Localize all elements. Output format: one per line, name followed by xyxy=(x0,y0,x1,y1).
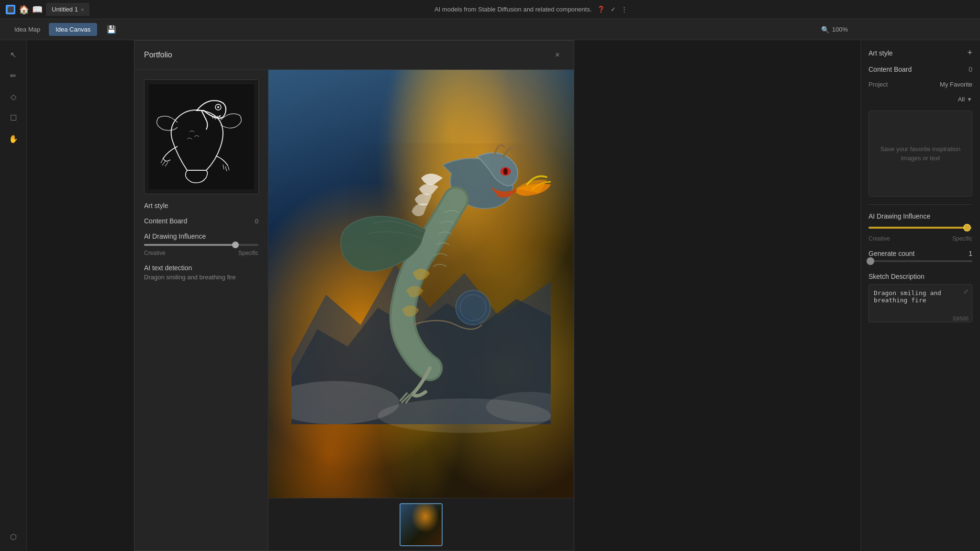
thumbnail-image xyxy=(401,504,442,545)
creative-label: Creative xyxy=(144,250,166,256)
ai-drawing-influence-section: AI Drawing Influence Creative Specific xyxy=(144,232,258,256)
specific-label: Specific xyxy=(238,250,258,256)
right-content-board-label: Content Board xyxy=(869,66,912,73)
right-creative-label: Creative xyxy=(869,235,890,242)
title-bar-left: ⬛ 🏠 📖 Untitled 1 × xyxy=(0,3,89,16)
svg-point-7 xyxy=(456,290,490,325)
tool-pen[interactable]: ✏ xyxy=(5,67,22,84)
book-icon[interactable]: 📖 xyxy=(33,5,42,14)
right-generate-count-label: Generate count xyxy=(869,250,915,257)
right-content-board-value: 0 xyxy=(969,66,972,73)
tab-close-button[interactable]: × xyxy=(81,7,84,12)
right-art-style-row: Art style + xyxy=(869,48,972,58)
art-style-section: Art style xyxy=(144,202,258,209)
content-board-value: 0 xyxy=(255,218,258,225)
modal-body: Art style Content Board 0 AI Drawing Inf… xyxy=(134,70,574,551)
portfolio-modal: Portfolio × xyxy=(134,40,574,551)
dragon-image xyxy=(268,70,574,498)
expand-icon[interactable]: ⤢ xyxy=(963,288,969,295)
zoom-level: 100% xyxy=(832,26,848,33)
content-board-row: Content Board 0 xyxy=(144,217,258,225)
ai-drawing-slider-labels: Creative Specific xyxy=(144,250,258,256)
left-sidebar: ↖ ✏ ◇ ☐ ✋ ⬡ xyxy=(0,40,27,551)
ai-drawing-slider-fill xyxy=(144,244,235,246)
modal-header: Portfolio × xyxy=(134,41,574,70)
right-dropdown-row: All ▼ xyxy=(869,96,972,103)
content-board-label: Content Board xyxy=(144,217,187,225)
tool-select[interactable]: ↖ xyxy=(5,46,22,63)
right-ai-drawing-slider-track[interactable] xyxy=(869,227,972,229)
modal-close-button[interactable]: × xyxy=(551,48,564,62)
ai-text-detection-value: Dragon smiling and breathing fire xyxy=(144,274,258,281)
title-bar-message: AI models from Stable Diffusion and rela… xyxy=(89,6,972,13)
right-generate-count-value: 1 xyxy=(969,250,972,257)
right-art-style-add-button[interactable]: + xyxy=(967,48,972,58)
title-bar: ⬛ 🏠 📖 Untitled 1 × AI models from Stable… xyxy=(0,0,980,19)
dragon-body xyxy=(268,70,574,498)
tab-idea-map[interactable]: Idea Map xyxy=(8,23,47,36)
main-image-area xyxy=(268,70,574,498)
right-project-label: Project xyxy=(869,81,888,88)
right-sketch-desc-wrapper: ⤢ 33/500 xyxy=(869,284,972,324)
window-icon: ⬛ xyxy=(6,5,15,14)
tab-title: Untitled 1 xyxy=(52,6,78,13)
ai-text-detection-label: AI text detection xyxy=(144,264,258,272)
art-style-label: Art style xyxy=(144,202,258,209)
right-project-value: My Favorite xyxy=(940,81,972,88)
modal-title: Portfolio xyxy=(144,51,172,59)
dragon-svg-large xyxy=(291,102,551,466)
sketch-preview xyxy=(144,79,259,194)
right-sketch-desc-label: Sketch Description xyxy=(869,273,972,280)
home-icon[interactable]: 🏠 xyxy=(19,5,29,14)
active-tab[interactable]: Untitled 1 × xyxy=(46,3,89,16)
tab-idea-canvas[interactable]: Idea Canvas xyxy=(49,23,97,36)
tool-shape[interactable]: ◇ xyxy=(5,88,22,105)
right-settings-panel: Art style + Content Board 0 Project My F… xyxy=(860,40,980,551)
tool-export[interactable]: ⬡ xyxy=(5,528,22,545)
modal-left-panel: Art style Content Board 0 AI Drawing Inf… xyxy=(134,70,268,551)
right-ai-drawing-slider-labels: Creative Specific xyxy=(869,235,972,242)
sketch-svg xyxy=(149,84,254,189)
ai-drawing-label: AI Drawing Influence xyxy=(144,232,258,240)
svg-rect-0 xyxy=(149,84,254,189)
ai-text-detection-section: AI text detection Dragon smiling and bre… xyxy=(144,264,258,281)
ai-drawing-slider-container xyxy=(144,244,258,246)
right-specific-label: Specific xyxy=(952,235,972,242)
modal-right-panel xyxy=(268,70,574,551)
right-content-board-row: Content Board 0 xyxy=(869,66,972,73)
tool-hand[interactable]: ✋ xyxy=(5,130,22,147)
ai-drawing-slider-thumb[interactable] xyxy=(232,242,239,248)
save-button[interactable]: 💾 xyxy=(103,23,120,36)
right-generate-count-section: Generate count 1 xyxy=(869,250,972,265)
right-project-row: Project My Favorite xyxy=(869,81,972,88)
thumbnail-item[interactable] xyxy=(400,503,443,546)
right-ai-drawing-section: AI Drawing Influence Creative Specific xyxy=(869,212,972,242)
section-divider xyxy=(869,204,972,205)
right-ai-drawing-label: AI Drawing Influence xyxy=(869,212,972,220)
search-icon[interactable]: 🔍 xyxy=(821,26,829,33)
svg-point-2 xyxy=(217,106,219,108)
right-ai-drawing-slider-fill xyxy=(869,227,967,229)
right-ai-drawing-slider-thumb[interactable] xyxy=(963,224,971,231)
svg-point-6 xyxy=(503,168,508,175)
right-art-style-label: Art style xyxy=(869,49,893,57)
right-sketch-desc-count: 33/500 xyxy=(952,316,969,321)
tool-rectangle[interactable]: ☐ xyxy=(5,109,22,126)
right-gen-count-slider-track[interactable] xyxy=(869,260,972,262)
ai-drawing-slider-track[interactable] xyxy=(144,244,258,246)
thumbnail-bar xyxy=(268,498,574,551)
content-board-placeholder: Save your favorite inspiration images or… xyxy=(869,110,972,197)
right-sketch-desc-section: Sketch Description ⤢ 33/500 xyxy=(869,273,972,324)
chevron-down-icon[interactable]: ▼ xyxy=(967,96,972,103)
right-gen-count-slider-thumb[interactable] xyxy=(867,257,874,265)
app-toolbar: Idea Map Idea Canvas 💾 🔍 100% xyxy=(0,19,980,40)
right-dropdown-value: All xyxy=(958,96,965,103)
right-generate-count-row: Generate count 1 xyxy=(869,250,972,257)
